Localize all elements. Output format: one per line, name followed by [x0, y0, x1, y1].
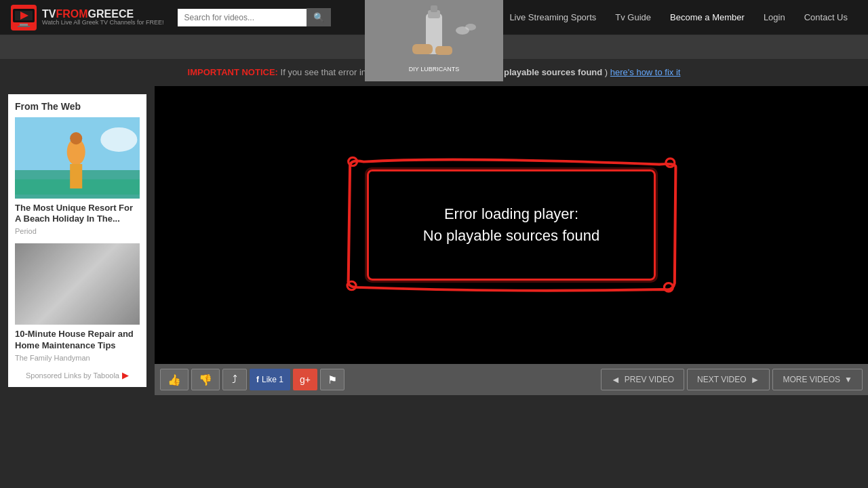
taboola-footer: Sponsored Links by Taboola ▶: [15, 370, 140, 380]
prev-video-label: PREV VIDEO: [625, 375, 674, 384]
ad1-source: Period: [15, 227, 140, 235]
share-button[interactable]: ⤴: [222, 369, 247, 390]
video-player-area: Error loading player: No playable source…: [155, 86, 868, 365]
svg-point-11: [70, 132, 82, 144]
ad2-title[interactable]: 10-Minute House Repair and Home Maintena…: [15, 329, 140, 352]
more-videos-dropdown-icon: ▼: [844, 375, 852, 384]
thumbs-up-button[interactable]: 👍: [160, 369, 189, 390]
gplus-icon: g+: [300, 374, 311, 385]
fb-like-label: Like 1: [262, 375, 283, 384]
ad-image-beach: [15, 117, 140, 199]
sidebar: From The Web The Most: [0, 86, 155, 396]
more-videos-label: MORE VIDEOS: [783, 375, 840, 384]
thumbs-down-button[interactable]: 👎: [191, 369, 220, 390]
error-title: Error loading player:: [423, 205, 600, 223]
more-videos-button[interactable]: MORE VIDEOS ▼: [772, 369, 863, 390]
ad-image-tools: DIY LUBRICANTS: [15, 243, 140, 325]
svg-point-7: [100, 127, 137, 151]
ad-item-beach: The Most Unique Resort For A Beach Holid…: [15, 117, 140, 236]
prev-arrow-icon: ◄: [611, 374, 620, 385]
svg-point-24: [347, 281, 356, 289]
svg-rect-20: [435, 46, 452, 55]
error-box: Error loading player: No playable source…: [367, 169, 656, 281]
next-video-label: NEXT VIDEO: [697, 375, 746, 384]
svg-text:DIY LUBRICANTS: DIY LUBRICANTS: [409, 66, 459, 73]
flag-button[interactable]: ⚑: [320, 369, 344, 390]
svg-rect-16: [431, 5, 437, 12]
taboola-label: Sponsored Links by Taboola: [26, 371, 119, 380]
google-plus-button[interactable]: g+: [293, 369, 317, 390]
taboola-arrow-icon: ▶: [122, 370, 129, 380]
ad1-title[interactable]: The Most Unique Resort For A Beach Holid…: [15, 203, 140, 226]
next-arrow-icon: ►: [751, 374, 760, 385]
video-controls-bar: 👍 👎 ⤴ f Like 1 g+ ⚑ ◄ PREV VIDEO NEXT VI…: [155, 364, 868, 395]
error-subtitle: No playable sources found: [423, 227, 600, 245]
svg-point-18: [465, 24, 476, 30]
fb-icon: f: [256, 375, 259, 384]
svg-rect-12: [70, 164, 82, 188]
from-web-widget: From The Web The Most: [8, 94, 146, 388]
svg-point-23: [666, 159, 675, 167]
ad2-source: The Family Handyman: [15, 354, 140, 362]
next-video-button[interactable]: NEXT VIDEO ►: [687, 369, 770, 390]
prev-video-button[interactable]: ◄ PREV VIDEO: [601, 369, 684, 390]
content-area: From The Web The Most: [0, 86, 868, 396]
from-web-title: From The Web: [15, 101, 140, 112]
sketchy-border-svg: [342, 151, 682, 299]
ad-item-tools: DIY LUBRICANTS 10-Minute House Repair an…: [15, 243, 140, 362]
svg-point-25: [664, 283, 673, 291]
video-column: Error loading player: No playable source…: [155, 86, 868, 396]
svg-rect-19: [412, 44, 433, 54]
facebook-like-button[interactable]: f Like 1: [250, 369, 290, 390]
svg-point-22: [348, 157, 357, 165]
